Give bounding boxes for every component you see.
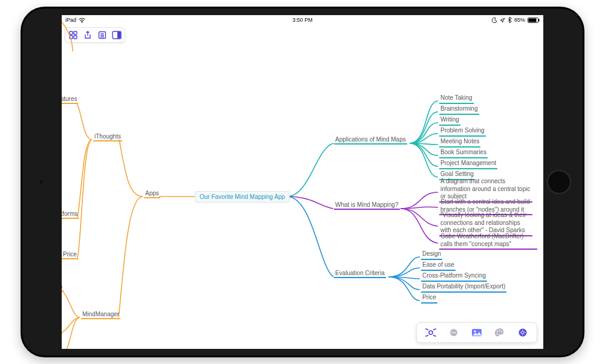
node-tool-button[interactable] xyxy=(419,325,442,340)
node-ithoughts[interactable]: iThoughts xyxy=(93,133,122,141)
section-whatis[interactable]: What is Mind Mapping? xyxy=(334,201,400,210)
node-book-summaries[interactable]: Book Summaries xyxy=(439,149,488,158)
node-eval-design[interactable]: Design xyxy=(421,250,442,260)
node-whatis-3[interactable]: Gabe Weatherford (MacDrifter) calls them… xyxy=(439,233,537,250)
section-evaluation[interactable]: Evaluation Criteria xyxy=(334,270,386,278)
section-applications[interactable]: Applications of Mind Maps xyxy=(334,136,407,145)
center-node[interactable]: Our Favorite Mind Mapping App xyxy=(195,191,290,203)
node-brainstorming[interactable]: Brainstorming xyxy=(439,105,479,115)
settings-tool-button[interactable] xyxy=(511,325,534,340)
node-problem-solving[interactable]: Problem Solving xyxy=(439,127,486,137)
bottom-toolbar xyxy=(416,322,537,343)
svg-point-19 xyxy=(474,330,476,332)
ipad-frame: iPad 3:50 PM 85% xyxy=(21,7,584,357)
node-note-taking[interactable]: Note Taking xyxy=(439,94,474,104)
style-tool-button[interactable] xyxy=(488,325,511,340)
node-mm-platforms[interactable]: atforms xyxy=(62,325,62,334)
svg-point-15 xyxy=(451,332,453,333)
screen: iPad 3:50 PM 85% xyxy=(62,15,543,349)
node-apps[interactable]: Apps xyxy=(144,190,160,198)
node-mm-features[interactable]: eatures xyxy=(62,283,64,291)
node-it-features[interactable]: Features xyxy=(62,96,78,104)
node-eval-portability[interactable]: Data Portability (Import/Export) xyxy=(421,283,506,293)
node-project-management[interactable]: Project Management xyxy=(439,160,497,169)
node-eval-ease[interactable]: Ease of use xyxy=(421,261,456,271)
svg-point-23 xyxy=(497,333,498,334)
svg-point-17 xyxy=(455,332,456,333)
node-eval-price[interactable]: Price xyxy=(421,294,437,304)
node-meeting-notes[interactable]: Meeting Notes xyxy=(439,138,480,148)
svg-point-21 xyxy=(499,330,500,331)
svg-point-22 xyxy=(501,331,502,332)
ipad-camera xyxy=(39,180,44,184)
svg-point-20 xyxy=(497,331,498,332)
node-it-platforms[interactable]: Platforms xyxy=(62,210,79,219)
ipad-home-button[interactable] xyxy=(547,170,571,194)
svg-point-16 xyxy=(453,332,454,333)
image-tool-button[interactable] xyxy=(465,325,488,340)
node-writing[interactable]: Writing xyxy=(439,116,460,126)
more-tool-button[interactable] xyxy=(442,325,465,340)
svg-point-13 xyxy=(429,331,433,334)
node-it-price[interactable]: Price xyxy=(62,251,78,259)
node-mindmanager[interactable]: MindManager xyxy=(81,311,120,319)
node-eval-sync[interactable]: Cross-Platform Syncing xyxy=(421,272,487,282)
